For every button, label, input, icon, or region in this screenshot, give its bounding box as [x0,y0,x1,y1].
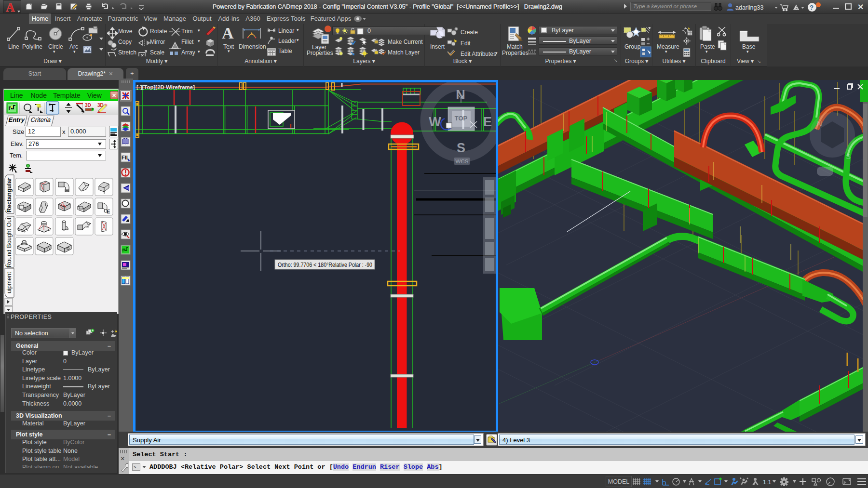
svg-text:S: S [846,152,851,160]
svg-text:Round Bought Out: Round Bought Out [6,217,13,267]
svg-text:S: S [457,141,465,155]
svg-text:adarling33: adarling33 [735,4,763,11]
svg-text:E: E [107,209,110,214]
svg-text:Rectangular: Rectangular [6,178,13,212]
svg-text:WCS: WCS [456,158,469,164]
svg-text:N: N [817,119,822,128]
svg-text:N: N [456,88,465,102]
svg-text:TOP: TOP [455,115,468,122]
svg-text:A: A [6,1,15,14]
svg-text:1:1: 1:1 [763,479,771,486]
svg-text:E: E [483,115,492,129]
svg-text:Ortho: 99.7706 < 180°Relative: Ortho: 99.7706 < 180°Relative Polar : -9… [278,262,372,268]
svg-text:uipment: uipment [6,272,13,293]
svg-text:[-][Top][2D Wireframe]: [-][Top][2D Wireframe] [136,84,195,90]
svg-text:3D: 3D [85,103,91,108]
svg-text:W: W [429,115,441,129]
svg-text:?: ? [810,4,814,11]
